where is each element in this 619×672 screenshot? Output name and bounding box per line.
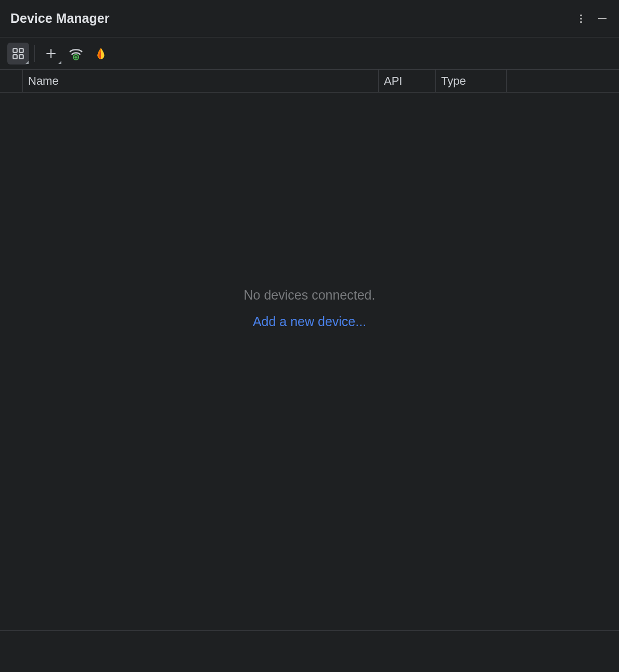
svg-point-0 [580,14,582,16]
plus-icon [44,47,58,60]
svg-rect-6 [13,55,17,59]
device-explorer-button[interactable] [7,43,29,64]
column-header-name[interactable]: Name [23,70,379,92]
add-device-button[interactable] [40,43,62,64]
column-header-api[interactable]: API [379,70,436,92]
table-header-row: Name API Type [0,70,619,93]
minimize-icon [596,12,609,25]
toolbar-divider [34,45,35,62]
more-vertical-icon [575,13,587,24]
panel-header: Device Manager [0,0,619,37]
grid-icon [11,47,25,60]
toolbar [0,37,619,70]
dropdown-corner-icon [58,61,61,64]
dropdown-corner-icon [25,61,29,64]
wifi-add-icon [68,46,84,61]
header-actions [575,12,609,25]
svg-point-2 [580,21,582,23]
svg-rect-4 [13,48,17,53]
more-options-button[interactable] [575,13,587,24]
panel-title: Device Manager [10,11,109,26]
empty-state-message: No devices connected. [244,288,376,303]
svg-rect-5 [19,48,23,53]
column-header-type[interactable]: Type [436,70,507,92]
add-device-link[interactable]: Add a new device... [253,314,366,329]
firebase-icon [94,47,108,60]
empty-state: No devices connected. Add a new device..… [0,93,619,630]
svg-rect-7 [19,55,23,59]
table-header-spacer [0,70,23,92]
pair-wifi-button[interactable] [65,43,87,64]
svg-point-1 [580,18,582,20]
status-bar [0,630,619,672]
minimize-button[interactable] [596,12,609,25]
firebase-button[interactable] [90,43,112,64]
column-header-actions [507,70,619,92]
